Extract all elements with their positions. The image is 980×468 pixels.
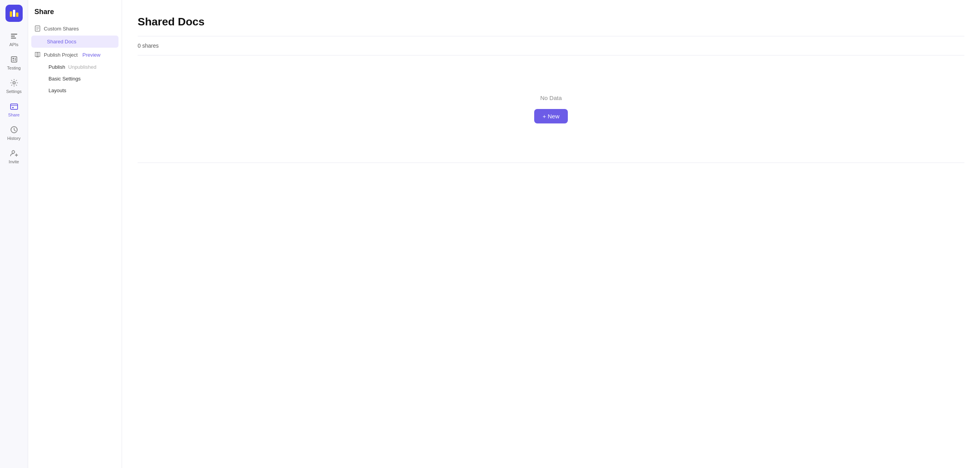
svg-rect-11 — [11, 104, 18, 109]
svg-point-10 — [13, 82, 15, 84]
preview-badge: Preview — [83, 52, 101, 58]
svg-rect-3 — [11, 34, 17, 35]
share-icon — [9, 102, 19, 111]
svg-rect-9 — [15, 58, 16, 61]
shares-count: 0 shares — [138, 36, 964, 55]
sidebar-title: Share — [28, 8, 122, 22]
main-content: Shared Docs 0 shares No Data + New — [122, 0, 980, 468]
svg-point-14 — [12, 151, 14, 154]
svg-rect-12 — [12, 107, 14, 108]
page-title: Shared Docs — [138, 16, 964, 28]
svg-rect-1 — [13, 10, 15, 17]
new-button[interactable]: + New — [534, 109, 568, 123]
svg-rect-6 — [11, 57, 17, 62]
custom-shares-label: Custom Shares — [44, 26, 79, 32]
sidebar-item-apis[interactable]: APIs — [2, 28, 26, 50]
shared-docs-item[interactable]: Shared Docs — [31, 36, 118, 48]
testing-label: Testing — [7, 66, 21, 70]
unpublished-badge: Unpublished — [68, 64, 96, 70]
invite-icon — [9, 148, 19, 158]
invite-label: Invite — [9, 159, 19, 164]
layouts-item[interactable]: Layouts — [31, 85, 118, 96]
apis-icon — [9, 31, 19, 41]
custom-shares-section[interactable]: Custom Shares — [28, 22, 122, 35]
svg-rect-2 — [16, 13, 18, 17]
svg-rect-5 — [11, 38, 16, 39]
app-logo — [5, 5, 23, 22]
svg-rect-4 — [11, 36, 15, 37]
sidebar-item-invite[interactable]: Invite — [2, 145, 26, 167]
apis-label: APIs — [9, 42, 18, 47]
no-data-text: No Data — [540, 95, 562, 101]
sidebar-item-share[interactable]: Share — [2, 98, 26, 120]
publish-item[interactable]: Publish Unpublished — [31, 61, 118, 73]
content-bottom-divider — [138, 163, 964, 163]
history-label: History — [7, 136, 20, 141]
empty-state: No Data + New — [138, 55, 964, 163]
svg-rect-8 — [13, 60, 14, 61]
svg-rect-7 — [13, 58, 14, 59]
settings-icon — [9, 78, 19, 88]
document-icon — [34, 25, 41, 32]
publish-project-label: Publish Project — [44, 52, 78, 58]
sidebar-item-settings[interactable]: Settings — [2, 75, 26, 97]
testing-icon — [9, 55, 19, 64]
sidebar-item-testing[interactable]: Testing — [2, 52, 26, 73]
secondary-sidebar: Share Custom Shares Shared Docs Publish … — [28, 0, 122, 468]
icon-bar: APIs Testing Settings — [0, 0, 28, 468]
book-icon — [34, 52, 41, 58]
share-label: Share — [8, 113, 20, 117]
sidebar-item-history[interactable]: History — [2, 122, 26, 144]
basic-settings-item[interactable]: Basic Settings — [31, 73, 118, 84]
history-icon — [9, 125, 19, 134]
publish-project-section[interactable]: Publish ProjectPreview — [28, 48, 122, 61]
svg-rect-0 — [10, 11, 12, 17]
settings-label: Settings — [6, 89, 22, 94]
